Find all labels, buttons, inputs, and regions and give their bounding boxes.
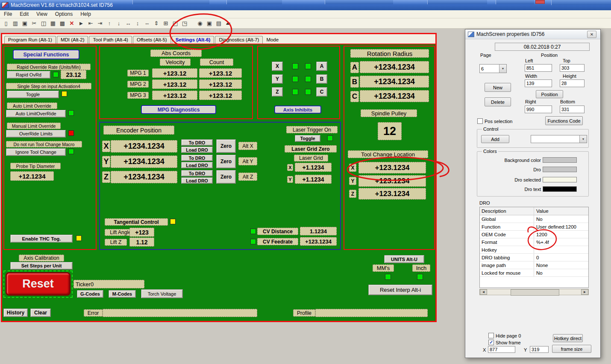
delete-button[interactable]: Delete bbox=[485, 97, 511, 106]
inhibit-x-button[interactable]: X bbox=[272, 62, 283, 71]
override-limits-button[interactable]: OverRide Limits bbox=[6, 130, 66, 138]
laser-grid-zero-label[interactable]: Laser Grid Zero bbox=[285, 145, 337, 153]
encoder-z-load-dro-button[interactable]: Load DRO bbox=[181, 177, 213, 184]
new-button[interactable]: New bbox=[485, 83, 511, 92]
dro-selected-color-swatch[interactable] bbox=[543, 177, 577, 182]
tool-change-x-dro[interactable]: +123.1234 bbox=[358, 162, 426, 173]
mpg2-count-dro[interactable]: +123.12 bbox=[199, 79, 242, 89]
cut-icon[interactable]: ✂ bbox=[30, 19, 38, 28]
scrollbar-track[interactable] bbox=[487, 289, 581, 295]
refresh-icon[interactable]: ◉ bbox=[196, 19, 204, 28]
auto-limit-override-button[interactable]: Auto LimitOverRide bbox=[6, 110, 66, 117]
encoder-y-dro[interactable]: +1234.1234 bbox=[111, 156, 177, 168]
cv-feedrate-dro[interactable]: +123.1234 bbox=[300, 237, 337, 246]
mpg1-count-dro[interactable]: +123.12 bbox=[199, 68, 242, 78]
dro-color-swatch[interactable] bbox=[543, 167, 577, 172]
rotation-b-dro[interactable]: +1234.1234 bbox=[360, 76, 429, 88]
page-select[interactable]: 6 ▼ bbox=[479, 64, 507, 73]
encoder-x-zero-button[interactable]: Zero bbox=[216, 139, 236, 153]
same-width-icon[interactable]: ⇔ bbox=[143, 19, 151, 28]
dialog-close-button[interactable]: ✕ bbox=[587, 31, 596, 38]
probe-tip-diameter-dro[interactable]: +12.1234 bbox=[10, 171, 54, 181]
set-steps-per-unit-button[interactable]: Set Steps per Unit bbox=[10, 262, 73, 270]
lift-angle-dro[interactable]: +123 bbox=[129, 228, 154, 237]
rapid-ovrd-button[interactable]: Rapid OvRd bbox=[7, 71, 50, 79]
mpg2-velocity-dro[interactable]: +123.12 bbox=[152, 79, 197, 89]
encoder-y-to-dro-button[interactable]: To DRO bbox=[181, 155, 213, 161]
delete-icon[interactable]: ✕ bbox=[68, 19, 76, 28]
table-row[interactable]: DRO tabbing0 bbox=[480, 254, 588, 261]
copy-icon[interactable]: ◫ bbox=[39, 19, 48, 28]
laser-toggle-button[interactable]: Toggle bbox=[295, 135, 320, 142]
description-column-header[interactable]: Description bbox=[480, 207, 534, 215]
hotkey-direct-button[interactable]: Hotkey direct bbox=[553, 334, 583, 342]
mpg1-velocity-dro[interactable]: +123.12 bbox=[152, 68, 197, 78]
encoder-z-zero-button[interactable]: Zero bbox=[216, 170, 236, 184]
tab-tool-path[interactable]: Tool Path (Alt-4) bbox=[89, 36, 132, 44]
rotation-a-dro[interactable]: +1234.1234 bbox=[360, 61, 429, 73]
table-row[interactable]: Locked for mouseNo bbox=[480, 269, 588, 277]
reset-button[interactable]: Reset bbox=[6, 272, 70, 296]
right-field[interactable]: 990 bbox=[525, 106, 552, 113]
inhibit-b-button[interactable]: B bbox=[316, 74, 327, 84]
tool-change-z-dro[interactable]: +123.1234 bbox=[358, 188, 426, 200]
scroll-right-icon[interactable]: ► bbox=[581, 289, 588, 295]
pos-selection-checkbox[interactable] bbox=[477, 118, 483, 124]
inhibit-c-button[interactable]: C bbox=[316, 87, 327, 97]
table-row[interactable]: Hotkey bbox=[480, 246, 588, 254]
encoder-x-dro[interactable]: +1234.1234 bbox=[111, 140, 177, 153]
lift-z-dro[interactable]: 1.12 bbox=[129, 238, 154, 247]
left-field[interactable]: 851 bbox=[525, 64, 552, 72]
spindle-pulley-dro[interactable]: 12 bbox=[378, 122, 402, 140]
tab-diagnostics[interactable]: Diagnostics (Alt-7) bbox=[215, 36, 263, 44]
table-row[interactable]: image pathNone bbox=[480, 261, 588, 269]
ignore-tool-change-button[interactable]: Ignore Tool Change bbox=[6, 148, 66, 156]
units-button[interactable]: UNITS Alt-U bbox=[384, 255, 424, 263]
width-field[interactable]: 139 bbox=[525, 79, 552, 87]
laser-y-dro[interactable]: +1.1234 bbox=[295, 175, 332, 184]
tab-offsets[interactable]: Offsets (Alt-5) bbox=[133, 36, 171, 44]
menu-file[interactable]: File bbox=[0, 10, 16, 18]
background-color-swatch[interactable] bbox=[543, 157, 577, 163]
show-frame-checkbox[interactable]: ✓ bbox=[488, 340, 494, 345]
value-column-header[interactable]: Value bbox=[534, 207, 588, 215]
frame-size-button[interactable]: frame size bbox=[552, 345, 591, 353]
center-horizontal-icon[interactable]: ↔ bbox=[124, 19, 132, 28]
menu-options[interactable]: Options bbox=[51, 10, 76, 18]
duplicate-icon[interactable]: ▩ bbox=[58, 19, 67, 28]
dro-text-color-swatch[interactable] bbox=[543, 186, 577, 192]
screen-icon[interactable]: ▣ bbox=[205, 19, 214, 28]
align-bottom-icon[interactable]: ↓ bbox=[115, 19, 123, 28]
control-select[interactable]: ▼ bbox=[531, 135, 587, 143]
align-top-icon[interactable]: ↑ bbox=[105, 19, 114, 28]
inhibit-y-button[interactable]: Y bbox=[272, 74, 283, 84]
save-icon[interactable]: ▣ bbox=[21, 19, 29, 28]
history-button[interactable]: History bbox=[3, 308, 28, 317]
height-field[interactable]: 28 bbox=[560, 79, 585, 87]
reset-interp-button[interactable]: Reset Interp Alt-i bbox=[368, 285, 432, 295]
torch-voltage-button[interactable]: Torch Voltage bbox=[141, 289, 183, 298]
mpg3-count-dro[interactable]: +123.12 bbox=[199, 91, 242, 100]
rotation-c-dro[interactable]: +1234.1234 bbox=[360, 90, 429, 102]
open-icon[interactable]: ▥ bbox=[11, 19, 20, 28]
tab-mdi[interactable]: MDI (Alt-2) bbox=[57, 36, 88, 44]
to-front-icon[interactable]: ◰ bbox=[171, 19, 179, 28]
encoder-x-to-dro-button[interactable]: To DRO bbox=[181, 139, 213, 146]
chevron-down-icon[interactable]: ▼ bbox=[499, 65, 506, 73]
encoder-x-load-dro-button[interactable]: Load DRO bbox=[181, 147, 213, 153]
encoder-y-zero-button[interactable]: Zero bbox=[216, 155, 236, 168]
align-left-icon[interactable]: ⇤ bbox=[86, 19, 95, 28]
to-back-icon[interactable]: ◳ bbox=[180, 19, 189, 28]
menu-edit[interactable]: Edit bbox=[16, 10, 32, 18]
clear-button[interactable]: Clear bbox=[30, 308, 51, 317]
table-row[interactable]: OEM Code1200 bbox=[480, 231, 588, 238]
tool-change-y-dro[interactable]: +123.1234 bbox=[358, 175, 426, 187]
center-vertical-icon[interactable]: ↕ bbox=[133, 19, 142, 28]
scroll-left-icon[interactable]: ◄ bbox=[480, 289, 487, 295]
mpg-diagnostics-button[interactable]: MPG Diagnostics bbox=[141, 105, 216, 114]
special-functions-button[interactable]: Special Functions bbox=[13, 50, 79, 59]
chevron-down-icon[interactable]: ▼ bbox=[579, 135, 587, 143]
print-icon[interactable]: ▤ bbox=[214, 19, 223, 28]
tangential-control-label[interactable]: Tangential Control bbox=[105, 218, 168, 226]
align-right-icon[interactable]: ⇥ bbox=[96, 19, 104, 28]
